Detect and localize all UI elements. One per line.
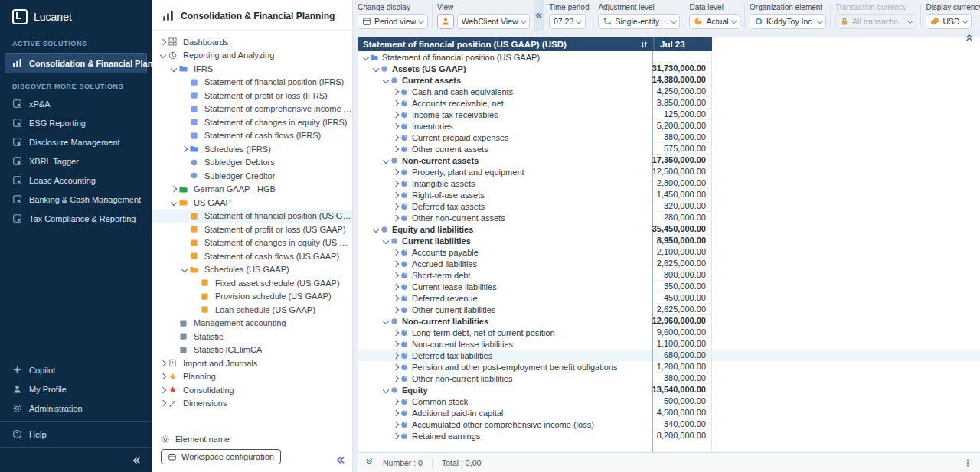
sidebar-item-tax-compliance-reporting[interactable]: Tax Compliance & Reporting: [0, 209, 152, 228]
tree-item-german-gaap-hgb[interactable]: German GAAP - HGB: [152, 183, 352, 197]
table-row-income-tax-receivables[interactable]: Income tax receivables125,000.00: [358, 109, 980, 120]
sidebar-item-help[interactable]: Help: [0, 425, 152, 444]
table-row-current-liabilities[interactable]: Current liabilities8,950,000.00: [358, 235, 980, 246]
table-row-other-non-current-liabilities[interactable]: Other non-current liabilities380,000.00: [358, 373, 980, 384]
workspace-panel-collapse-button[interactable]: [335, 455, 345, 467]
dropdown-view[interactable]: WebClient View: [457, 14, 530, 29]
table-row-assets-us-gaap[interactable]: Assets (US GAAP)31,730,000.00: [358, 63, 980, 74]
sidebar-item-disclosure-management[interactable]: Disclosure Management: [0, 132, 152, 151]
sidebar-item-label: My Profile: [29, 385, 67, 394]
tree-item-statement-of-financial-position-us-gaap[interactable]: Statement of financial position (US GAAP…: [152, 210, 352, 223]
table-row-accounts-payable[interactable]: Accounts payable2,100,000.00: [358, 246, 980, 258]
table-row-deferred-tax-liabilities[interactable]: Deferred tax liabilities680,000.00: [358, 350, 980, 361]
tree-item-fixed-asset-schedule-us-gaap[interactable]: Fixed asset schedule (US GAAP): [152, 276, 352, 290]
tree-item-schedules-us-gaap[interactable]: Schedules (US GAAP): [152, 263, 352, 277]
table-row-other-current-liabilities[interactable]: Other current liabilities2,625,000.00: [358, 304, 980, 315]
node-icon: [390, 317, 398, 325]
tree-item-label: Statement of changes in equity (IFRS): [204, 118, 347, 127]
table-row-current-prepaid-expenses[interactable]: Current prepaid expenses380,000.00: [358, 132, 980, 143]
dropdown-adjustment-level[interactable]: Single-entity ...: [598, 14, 680, 29]
table-row-pension-and-other-post-employment-benefit-obligations[interactable]: Pension and other post-employment benefi…: [358, 361, 980, 373]
kebab-menu-icon[interactable]: [963, 458, 972, 467]
sidebar-item-lease-accounting[interactable]: Lease Accounting: [0, 171, 152, 190]
sidebar-item-administration[interactable]: Administration: [0, 399, 152, 418]
tree-item-statement-of-cash-flows-us-gaap[interactable]: Statement of cash flows (US GAAP): [152, 249, 352, 263]
chevron-right-icon: [392, 111, 398, 117]
tree-item-dashboards[interactable]: Dashboards: [152, 35, 352, 49]
table-row-equity[interactable]: Equity13,540,000.00: [358, 384, 980, 396]
table-row-non-current-liabilities[interactable]: Non-current liabilities12,960,000.00: [358, 315, 980, 327]
tree-item-statistic[interactable]: Statistic: [152, 330, 352, 343]
table-row-current-assets[interactable]: Current assets14,380,000.00: [358, 74, 980, 86]
table-row-current-lease-liabilities[interactable]: Current lease liabilities350,000.00: [358, 281, 980, 292]
tree-item-management-accounting[interactable]: Management accounting: [152, 317, 352, 330]
row-name-cell: Non-current assets: [358, 155, 653, 166]
table-row-other-non-current-assets[interactable]: Other non-current assets280,000.00: [358, 212, 980, 223]
row-name-cell: Right-of-use assets: [358, 189, 653, 200]
tree-item-consolidating[interactable]: Consolidating: [152, 383, 352, 397]
sidebar-item-banking-cash-management[interactable]: Banking & Cash Management: [0, 190, 152, 209]
tree-item-statement-of-changes-in-equity-us-gaap[interactable]: Statement of changes in equity (US GAAP): [152, 236, 352, 250]
table-row-other-current-assets[interactable]: Other current assets575,000.00: [358, 143, 980, 155]
sidebar-collapse-button[interactable]: [0, 451, 152, 472]
table-row-statement-of-financial-position-us-gaap[interactable]: Statement of financial position (US GAAP…: [358, 51, 980, 63]
table-row-inventories[interactable]: Inventories5,200,000.00: [358, 120, 980, 132]
table-row-common-stock[interactable]: Common stock500,000.00: [358, 396, 980, 407]
footer-collapse-button[interactable]: [365, 457, 374, 467]
table-row-property-plant-and-equipment[interactable]: Property, plant and equipment12,500,000.…: [358, 166, 980, 177]
tree-item-ifrs[interactable]: IFRS: [152, 62, 352, 76]
lock-currency-icon: [840, 17, 849, 26]
sidebar-item-esg-reporting[interactable]: ESG Reporting: [0, 113, 152, 132]
dropdown-data-level[interactable]: Actual: [689, 14, 740, 29]
table-row-deferred-tax-assets[interactable]: Deferred tax assets320,000.00: [358, 200, 980, 212]
sidebar-item-my-profile[interactable]: My Profile: [0, 379, 152, 399]
tree-item-statement-of-changes-in-equity-ifrs[interactable]: Statement of changes in equity (IFRS): [152, 116, 352, 129]
tree-item-statistic-icelimca[interactable]: Statistic ICElimCA: [152, 343, 352, 357]
table-row-non-current-lease-liabilities[interactable]: Non-current lease liabilities1,100,000.0…: [358, 338, 980, 350]
toolbar-collapse-up-button[interactable]: [965, 33, 974, 44]
tree-item-import-and-journals[interactable]: Import and Journals: [152, 356, 352, 370]
tree-item-us-gaap[interactable]: US GAAP: [152, 196, 352, 210]
table-row-right-of-use-assets[interactable]: Right-of-use assets1,450,000.00: [358, 189, 980, 200]
table-row-deferred-revenue[interactable]: Deferred revenue450,000.00: [358, 292, 980, 304]
period-column-header[interactable]: Jul 23: [653, 37, 712, 51]
tree-item-statement-of-cash-flows-ifrs[interactable]: Statement of cash flows (IFRS): [152, 129, 352, 143]
toolbar-collapse-button[interactable]: [534, 0, 544, 31]
table-row-equity-and-liabilities[interactable]: Equity and liabilities35,450,000.00: [358, 223, 980, 235]
tree-item-dimensions[interactable]: Dimensions: [152, 397, 352, 411]
table-row-additional-paid-in-capital[interactable]: Additional paid-in capital4,500,000.00: [358, 407, 980, 418]
dropdown-time-period[interactable]: 07.23: [549, 14, 586, 29]
workspace-configuration-button[interactable]: Workspace configuration: [161, 449, 281, 464]
table-row-accounts-receivable-net[interactable]: Accounts receivable, net3,850,000.00: [358, 97, 980, 109]
table-row-short-term-debt[interactable]: Short-term debt800,000.00: [358, 269, 980, 281]
account-icon: [400, 409, 408, 417]
tree-item-provision-schedule-us-gaap[interactable]: Provision schedule (US GAAP): [152, 290, 352, 304]
tree-item-subledger-debtors[interactable]: Subledger Debtors: [152, 156, 352, 170]
table-row-accumulated-other-comprehensive-income-loss[interactable]: Accumulated other comprehensive income (…: [358, 418, 980, 430]
sidebar-item-xbrl-tagger[interactable]: XBRL Tagger: [0, 151, 152, 171]
sort-columns-icon[interactable]: [640, 41, 648, 49]
dropdown-change-display[interactable]: Period view: [358, 14, 428, 29]
table-row-retained-earnings[interactable]: Retained earnings8,200,000.00: [358, 430, 980, 441]
table-row-intangible-assets[interactable]: Intangible assets2,800,000.00: [358, 177, 980, 189]
tree-item-statement-of-comprehensive-income-ifrs[interactable]: Statement of comprehensive income (IFRS): [152, 103, 352, 116]
table-row-accrued-liabilities[interactable]: Accrued liabilities2,625,000.00: [358, 258, 980, 269]
sidebar-item-copilot[interactable]: Copilot: [0, 360, 152, 379]
table-row-long-term-debt-net-of-current-position[interactable]: Long-term debt, net of current position9…: [358, 327, 980, 338]
tree-item-reporting-and-analyzing[interactable]: Reporting and Analyzing: [152, 49, 352, 63]
tree-item-statement-of-financial-position-ifrs[interactable]: Statement of financial position (IFRS): [152, 76, 352, 90]
table-row-non-current-assets[interactable]: Non-current assets17,350,000.00: [358, 155, 980, 166]
tree-item-statement-of-profit-or-loss-us-gaap[interactable]: Statement of profit or loss (US GAAP): [152, 223, 352, 236]
sidebar-item-xp-a[interactable]: xP&A: [0, 94, 152, 113]
tree-item-subledger-creditor[interactable]: Subledger Creditor: [152, 169, 352, 183]
tree-item-planning[interactable]: Planning: [152, 370, 352, 384]
table-row-cash-and-cash-equivalents[interactable]: Cash and cash equivalents4,250,000.00: [358, 86, 980, 97]
dropdown-organization-element[interactable]: KiddyToy Inc.: [750, 14, 826, 29]
tree-item-statement-of-profit-or-loss-ifrs[interactable]: Statement of profit or loss (IFRS): [152, 89, 352, 103]
tree-item-schedules-ifrs[interactable]: Schedules (IFRS): [152, 142, 352, 156]
tree-item-loan-schedule-us-gaap[interactable]: Loan schedule (US GAAP): [152, 303, 352, 317]
dropdown-display-currency[interactable]: USD: [926, 14, 972, 29]
sidebar-item-consolidation-financial-planning[interactable]: Consolidation & Financial Planning: [5, 53, 147, 73]
sidebar-item-label: Consolidation & Financial Planning: [29, 59, 171, 68]
view-settings-button[interactable]: [437, 14, 454, 29]
